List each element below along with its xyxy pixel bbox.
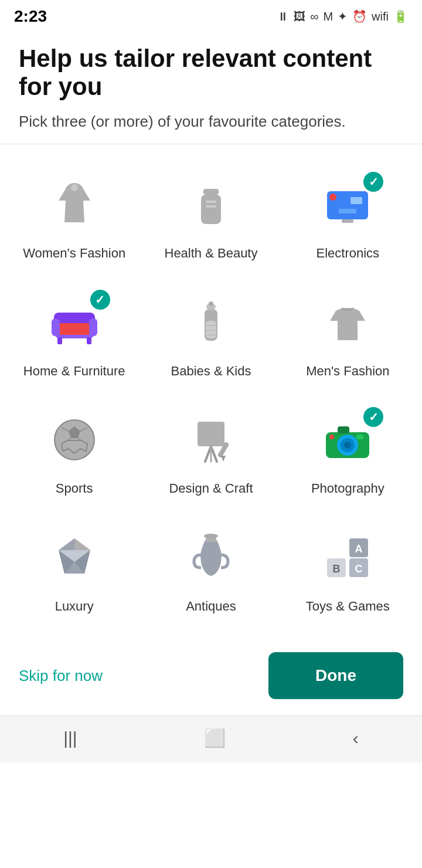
bottom-actions: Skip for now Done bbox=[0, 638, 422, 716]
category-babies-kids[interactable]: Babies & Kids bbox=[142, 274, 279, 392]
electronics-label: Electronics bbox=[316, 245, 380, 262]
skip-button[interactable]: Skip for now bbox=[19, 667, 103, 685]
nav-home-icon[interactable]: ⬜ bbox=[204, 728, 226, 748]
svg-text:B: B bbox=[333, 563, 341, 575]
womens-fashion-icon bbox=[48, 178, 101, 231]
svg-text:A: A bbox=[355, 543, 363, 555]
health-beauty-label: Health & Beauty bbox=[165, 245, 258, 262]
nav-back-icon[interactable]: ‹ bbox=[353, 728, 359, 748]
home-furniture-check bbox=[89, 288, 112, 311]
svg-rect-12 bbox=[57, 323, 91, 335]
done-button[interactable]: Done bbox=[268, 652, 403, 699]
category-health-beauty[interactable]: Health & Beauty bbox=[142, 156, 279, 274]
svg-rect-43 bbox=[356, 435, 363, 439]
svg-point-51 bbox=[204, 534, 218, 538]
sports-icon-wrapper bbox=[39, 408, 110, 472]
svg-point-6 bbox=[329, 194, 336, 201]
gmail-icon: M bbox=[323, 10, 333, 23]
category-toys-games[interactable]: A B C Toys & Games bbox=[280, 509, 416, 627]
svg-rect-13 bbox=[52, 318, 60, 336]
category-electronics[interactable]: Electronics bbox=[280, 156, 416, 274]
svg-point-19 bbox=[209, 301, 213, 306]
svg-marker-37 bbox=[221, 456, 226, 462]
design-craft-icon bbox=[185, 413, 237, 466]
status-time: 2:23 bbox=[14, 7, 47, 26]
status-bar: 2:23 ⏸ 🖼 ∞ M ✦ ⏰ wifi 🔋 bbox=[0, 0, 422, 30]
nav-bar: ||| ⬜ ‹ bbox=[0, 716, 422, 762]
mens-fashion-icon-wrapper bbox=[312, 290, 383, 355]
svg-text:C: C bbox=[355, 563, 363, 575]
photography-icon-wrapper bbox=[312, 408, 383, 472]
svg-rect-32 bbox=[198, 422, 224, 446]
antiques-icon bbox=[185, 531, 237, 584]
luxury-icon-wrapper bbox=[39, 525, 110, 590]
womens-fashion-icon-wrapper bbox=[39, 172, 110, 237]
svg-rect-3 bbox=[206, 201, 216, 203]
womens-fashion-label: Women's Fashion bbox=[23, 245, 125, 262]
page-subtitle: Pick three (or more) of your favourite c… bbox=[19, 111, 403, 132]
svg-rect-1 bbox=[203, 189, 219, 195]
home-furniture-icon-wrapper bbox=[39, 290, 110, 355]
voicemail-icon: ∞ bbox=[310, 10, 318, 23]
svg-rect-14 bbox=[89, 318, 97, 336]
category-sports[interactable]: Sports bbox=[6, 391, 142, 509]
home-furniture-label: Home & Furniture bbox=[23, 363, 125, 380]
category-luxury[interactable]: Luxury bbox=[6, 509, 142, 627]
svg-point-44 bbox=[329, 435, 334, 439]
photography-label: Photography bbox=[311, 480, 384, 497]
antiques-icon-wrapper bbox=[176, 525, 246, 590]
page-title: Help us tailor relevant content for you bbox=[19, 45, 403, 101]
svg-rect-15 bbox=[57, 337, 62, 344]
sports-icon bbox=[48, 413, 101, 466]
sports-label: Sports bbox=[56, 480, 93, 497]
svg-rect-16 bbox=[87, 337, 91, 344]
mens-fashion-label: Men's Fashion bbox=[306, 363, 389, 380]
electronics-check bbox=[362, 170, 385, 194]
babies-kids-icon bbox=[185, 296, 237, 349]
svg-rect-4 bbox=[206, 205, 216, 208]
pause-icon: ⏸ bbox=[277, 10, 289, 23]
svg-point-42 bbox=[344, 442, 351, 449]
category-antiques[interactable]: Antiques bbox=[142, 509, 279, 627]
svg-rect-2 bbox=[201, 195, 221, 224]
categories-grid: Women's Fashion Health & Beauty Elec bbox=[0, 144, 422, 638]
svg-rect-20 bbox=[206, 321, 216, 338]
category-home-furniture[interactable]: Home & Furniture bbox=[6, 274, 142, 392]
babies-kids-label: Babies & Kids bbox=[171, 363, 251, 380]
design-craft-icon-wrapper bbox=[176, 408, 246, 472]
status-icons: ⏸ 🖼 ∞ M ✦ ⏰ wifi 🔋 bbox=[277, 9, 408, 23]
category-photography[interactable]: Photography bbox=[280, 391, 416, 509]
design-craft-label: Design & Craft bbox=[169, 480, 253, 497]
svg-rect-8 bbox=[339, 209, 356, 213]
nav-menu-icon[interactable]: ||| bbox=[63, 728, 77, 748]
battery-icon: 🔋 bbox=[393, 9, 408, 23]
svg-rect-7 bbox=[350, 197, 362, 204]
health-beauty-icon-wrapper bbox=[176, 172, 246, 237]
svg-rect-39 bbox=[338, 426, 349, 433]
header: Help us tailor relevant content for you … bbox=[0, 30, 422, 144]
svg-point-0 bbox=[71, 184, 78, 191]
category-design-craft[interactable]: Design & Craft bbox=[142, 391, 279, 509]
electronics-icon-wrapper bbox=[312, 172, 383, 237]
toys-games-icon: A B C bbox=[321, 531, 374, 584]
antiques-label: Antiques bbox=[186, 598, 236, 615]
luxury-label: Luxury bbox=[55, 598, 94, 615]
wifi-icon: wifi bbox=[372, 10, 389, 23]
alarm-icon: ⏰ bbox=[352, 9, 367, 23]
category-womens-fashion[interactable]: Women's Fashion bbox=[6, 156, 142, 274]
babies-kids-icon-wrapper bbox=[176, 290, 246, 355]
svg-rect-9 bbox=[342, 219, 353, 223]
bluetooth-icon: ✦ bbox=[338, 9, 348, 23]
category-mens-fashion[interactable]: Men's Fashion bbox=[280, 274, 416, 392]
mens-fashion-icon bbox=[321, 296, 374, 349]
health-beauty-icon bbox=[185, 178, 237, 231]
toys-games-icon-wrapper: A B C bbox=[312, 525, 383, 590]
image-icon: 🖼 bbox=[294, 10, 305, 23]
photography-check bbox=[362, 405, 385, 429]
toys-games-label: Toys & Games bbox=[306, 598, 390, 615]
luxury-icon bbox=[48, 531, 101, 584]
